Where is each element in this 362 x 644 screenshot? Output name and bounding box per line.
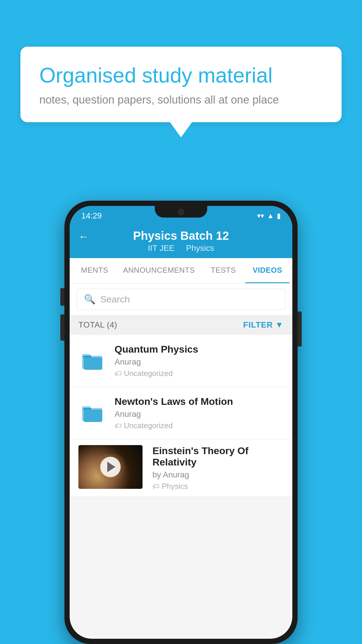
video-tag: 🏷 Uncategorized [115, 369, 284, 378]
play-icon [107, 462, 115, 472]
tag-label: Physics [162, 482, 188, 491]
search-icon: 🔍 [84, 294, 96, 305]
video-list: Quantum Physics Anurag 🏷 Uncategorized [70, 335, 292, 497]
search-placeholder: Search [100, 294, 130, 305]
video-thumbnail [78, 445, 143, 489]
filter-button[interactable]: FILTER ▼ [243, 320, 284, 330]
tag-icon: 🏷 [152, 482, 159, 491]
status-time: 14:29 [81, 211, 102, 220]
folder-icon [78, 400, 108, 426]
video-title: Newton's Laws of Motion [115, 396, 284, 407]
list-item[interactable]: Newton's Laws of Motion Anurag 🏷 Uncateg… [70, 387, 292, 439]
header-physics: Physics [186, 244, 214, 253]
filter-icon: ▼ [275, 320, 284, 330]
video-info: Newton's Laws of Motion Anurag 🏷 Uncateg… [115, 396, 284, 430]
speech-bubble: Organised study material notes, question… [20, 47, 342, 122]
header-subtitle: IIT JEE Physics [148, 244, 214, 253]
total-count: TOTAL (4) [78, 320, 117, 330]
tab-ments[interactable]: MENTS [73, 258, 117, 283]
status-icons: ▾▾ ▲ ▮ [257, 212, 281, 220]
signal-icon: ▲ [267, 212, 274, 220]
search-input-container[interactable]: 🔍 Search [77, 289, 285, 310]
search-bar: 🔍 Search [70, 284, 292, 315]
volume-up-button [60, 288, 64, 306]
play-button[interactable] [100, 457, 121, 477]
bubble-subtitle: notes, question papers, solutions all at… [39, 94, 323, 106]
video-tag: 🏷 Physics [152, 482, 284, 491]
tab-videos[interactable]: VIDEOS [245, 258, 289, 283]
filter-label: FILTER [243, 320, 273, 330]
bubble-title: Organised study material [39, 63, 323, 88]
tag-label: Uncategorized [124, 421, 173, 430]
video-author: Anurag [115, 357, 284, 367]
folder-icon [78, 348, 108, 374]
video-info: Einstein's Theory Of Relativity by Anura… [150, 445, 284, 491]
phone-notch [155, 206, 207, 218]
back-button[interactable]: ← [78, 230, 89, 243]
tab-bar: MENTS ANNOUNCEMENTS TESTS VIDEOS [70, 258, 292, 284]
tag-label: Uncategorized [124, 369, 173, 378]
video-tag: 🏷 Uncategorized [115, 421, 284, 430]
tag-icon: 🏷 [115, 422, 122, 430]
video-info: Quantum Physics Anurag 🏷 Uncategorized [115, 344, 284, 378]
video-author: by Anurag [152, 470, 284, 480]
tab-tests[interactable]: TESTS [201, 258, 245, 283]
header-iit-jee: IIT JEE [148, 244, 174, 253]
battery-icon: ▮ [277, 212, 281, 220]
header-divider [179, 244, 182, 253]
header-title: Physics Batch 12 [133, 229, 229, 242]
video-title: Einstein's Theory Of Relativity [152, 445, 284, 468]
filter-bar: TOTAL (4) FILTER ▼ [70, 315, 292, 335]
volume-down-button [60, 314, 64, 341]
list-item[interactable]: Einstein's Theory Of Relativity by Anura… [70, 439, 292, 497]
app-header: ← Physics Batch 12 IIT JEE Physics [70, 223, 292, 258]
phone-screen: 14:29 ▾▾ ▲ ▮ ← Physics Batch 12 IIT JEE … [70, 206, 292, 639]
wifi-icon: ▾▾ [257, 212, 264, 220]
svg-rect-9 [84, 410, 102, 422]
phone-frame: 14:29 ▾▾ ▲ ▮ ← Physics Batch 12 IIT JEE … [64, 201, 298, 644]
front-camera [178, 209, 184, 215]
svg-rect-4 [84, 357, 102, 370]
tab-announcements[interactable]: ANNOUNCEMENTS [117, 258, 201, 283]
tag-icon: 🏷 [115, 370, 122, 378]
video-title: Quantum Physics [115, 344, 284, 355]
power-button [298, 312, 302, 346]
video-author: Anurag [115, 410, 284, 419]
list-item[interactable]: Quantum Physics Anurag 🏷 Uncategorized [70, 335, 292, 387]
